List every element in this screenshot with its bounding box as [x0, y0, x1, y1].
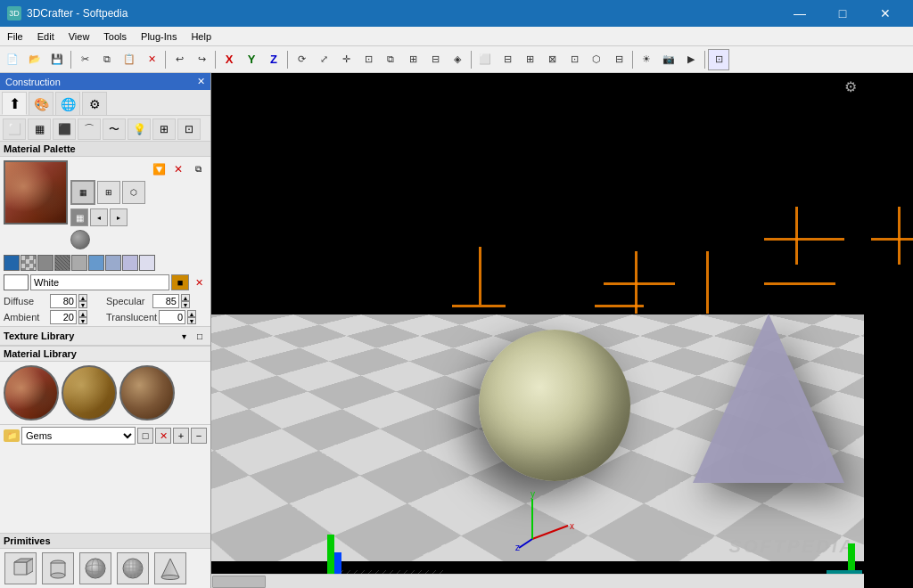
construction-close[interactable]: ✕ — [197, 76, 205, 87]
tex-lib-down[interactable]: ▾ — [177, 329, 191, 343]
menu-help[interactable]: Help — [184, 27, 218, 45]
gems-select[interactable]: Gems Metals Stone Wood — [21, 427, 136, 445]
primitive-cube[interactable] — [4, 552, 37, 584]
swatch-blue2[interactable] — [88, 255, 104, 271]
swatch-blue[interactable] — [4, 255, 20, 271]
color-swatch-btn[interactable]: ■ — [171, 274, 189, 290]
gems-btn-add[interactable]: + — [173, 428, 189, 444]
obj-tab-light[interactable]: 💡 — [127, 118, 151, 140]
obj-tab-group[interactable]: ⊞ — [152, 118, 176, 140]
color-preview-white[interactable] — [4, 274, 29, 290]
tb-redo[interactable]: ↪ — [191, 49, 212, 70]
translucent-down[interactable]: ▼ — [187, 317, 196, 324]
translucent-value[interactable] — [159, 310, 185, 324]
torus-icon[interactable] — [117, 552, 149, 584]
material-thumb-3[interactable] — [119, 365, 175, 421]
tb-rotate[interactable]: ⟳ — [291, 49, 312, 70]
filter-btn[interactable]: 🔽 — [150, 160, 168, 178]
swatch-gray1[interactable] — [37, 255, 53, 271]
primitive-sphere[interactable] — [78, 552, 112, 584]
tb-light[interactable]: ☀ — [636, 49, 657, 70]
cone-icon[interactable] — [154, 552, 186, 584]
tb-group[interactable]: ⧉ — [380, 49, 401, 70]
swatch-gray2[interactable] — [54, 255, 70, 271]
tb-wire[interactable]: ⊟ — [608, 49, 629, 70]
tb-zoom[interactable]: ⊡ — [563, 49, 585, 70]
material-thumb-2[interactable] — [62, 365, 117, 421]
primitive-cone[interactable] — [153, 552, 187, 584]
primitive-torus[interactable] — [116, 552, 150, 584]
gems-btn-sub[interactable]: − — [191, 428, 207, 444]
tb-view4[interactable]: ⊠ — [541, 49, 563, 70]
mat-delete-btn[interactable]: ✕ — [191, 274, 207, 290]
obj-tab-extra[interactable]: ⊡ — [177, 118, 201, 140]
cylinder-icon[interactable] — [42, 552, 74, 584]
cube-icon[interactable] — [4, 552, 37, 584]
menu-plugins[interactable]: Plug-Ins — [134, 27, 184, 45]
menu-view[interactable]: View — [62, 27, 97, 45]
specular-down[interactable]: ▼ — [181, 301, 190, 308]
axis-y-btn[interactable]: Y — [241, 49, 262, 70]
tb-view3[interactable]: ⊞ — [519, 49, 540, 70]
material-thumb-1[interactable] — [4, 365, 59, 421]
ambient-value[interactable] — [50, 310, 77, 324]
tab-settings[interactable]: ⚙ — [82, 92, 107, 115]
tb-delete[interactable]: ✕ — [141, 49, 162, 70]
axis-x-btn[interactable]: X — [218, 49, 240, 70]
tb-view1[interactable]: ⬜ — [474, 49, 496, 70]
menu-file[interactable]: File — [0, 27, 30, 45]
menu-edit[interactable]: Edit — [30, 27, 62, 45]
tb-undo[interactable]: ↩ — [169, 49, 190, 70]
tex-btn-3[interactable]: ⬡ — [122, 181, 145, 204]
swatch-gray4[interactable] — [122, 255, 138, 271]
tab-texture[interactable]: 🌐 — [55, 92, 80, 115]
tab-color[interactable]: 🎨 — [29, 92, 53, 115]
swatch-blue3[interactable] — [105, 255, 121, 271]
sphere-prim-icon[interactable] — [79, 552, 111, 584]
copy-btn[interactable]: ⧉ — [189, 160, 207, 178]
tb-ungroup[interactable]: ⊞ — [402, 49, 424, 70]
tb-select[interactable]: ⊡ — [358, 49, 379, 70]
obj-tab-box[interactable]: ⬛ — [53, 118, 76, 140]
obj-tab-bezier[interactable]: ⌒ — [78, 118, 101, 140]
material-name-input[interactable] — [30, 274, 169, 290]
cone-object[interactable] — [693, 314, 844, 483]
tb-paste[interactable]: 📋 — [119, 49, 140, 70]
tb-new[interactable]: 📄 — [2, 49, 23, 70]
obj-tab-surface[interactable]: 〜 — [103, 118, 126, 140]
tb-fit[interactable]: ⬡ — [586, 49, 607, 70]
tb-view2[interactable]: ⊟ — [497, 49, 518, 70]
viewport-gear-icon[interactable]: ⚙ — [842, 78, 860, 95]
tb-render[interactable]: ◈ — [447, 49, 468, 70]
horizontal-scrollbar[interactable] — [211, 574, 864, 588]
channel-btn-2[interactable]: ◂ — [90, 208, 108, 226]
diffuse-down[interactable]: ▼ — [78, 301, 87, 308]
minimize-button[interactable]: — — [779, 0, 820, 27]
tab-shapes[interactable]: ⬆ — [2, 92, 27, 115]
tb-scale[interactable]: ⤢ — [313, 49, 334, 70]
tb-move[interactable]: ✛ — [335, 49, 357, 70]
channel-btn-1[interactable]: ▦ — [70, 208, 88, 226]
close-button[interactable]: ✕ — [865, 0, 906, 27]
tex-btn-1[interactable]: ▦ — [70, 180, 95, 205]
tb-cut[interactable]: ✂ — [74, 49, 95, 70]
channel-btn-3[interactable]: ▸ — [110, 208, 127, 226]
swatch-gray5[interactable] — [139, 255, 155, 271]
diffuse-value[interactable] — [50, 294, 77, 308]
tb-end[interactable]: ⊡ — [708, 49, 729, 70]
obj-tab-texture[interactable]: ▦ — [28, 118, 51, 140]
tb-anim[interactable]: ▶ — [680, 49, 702, 70]
maximize-button[interactable]: □ — [822, 0, 863, 27]
swatch-gray3[interactable] — [71, 255, 87, 271]
tb-mesh[interactable]: ⊟ — [424, 49, 446, 70]
primitive-cylinder[interactable] — [41, 552, 75, 584]
obj-tab-solid[interactable]: ⬜ — [3, 118, 26, 140]
gems-btn-del[interactable]: ✕ — [155, 428, 171, 444]
sphere-object[interactable] — [479, 330, 630, 481]
tb-camera[interactable]: 📷 — [658, 49, 679, 70]
material-preview[interactable] — [4, 160, 68, 225]
tb-save[interactable]: 💾 — [46, 49, 68, 70]
gems-btn-1[interactable]: □ — [137, 428, 153, 444]
tex-btn-2[interactable]: ⊞ — [97, 181, 120, 204]
scrollbar-thumb[interactable] — [212, 576, 266, 588]
